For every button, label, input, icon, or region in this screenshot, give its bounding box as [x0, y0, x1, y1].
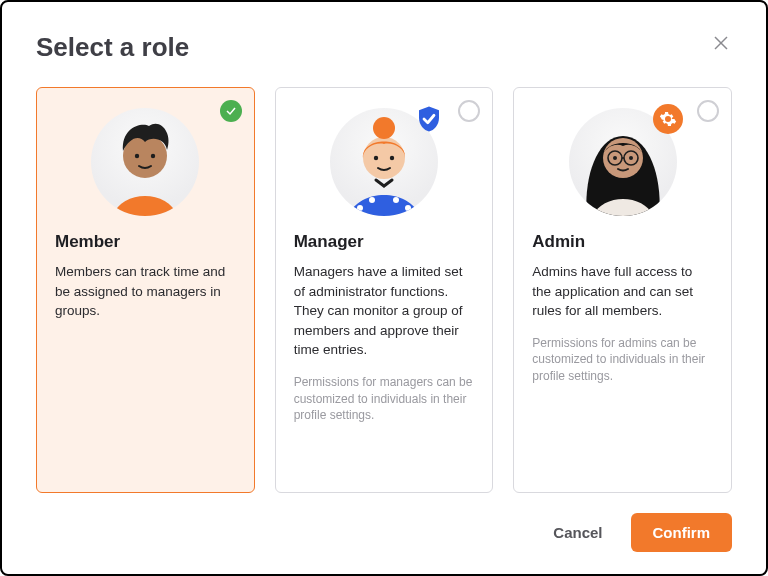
role-description: Admins have full access to the applicati… [532, 262, 713, 321]
svg-point-20 [613, 156, 617, 160]
role-cards: Member Members can track time and be ass… [36, 87, 732, 493]
svg-point-7 [369, 197, 375, 203]
gear-badge [653, 104, 683, 134]
svg-point-12 [373, 117, 395, 139]
shield-badge [414, 104, 444, 134]
role-card-member[interactable]: Member Members can track time and be ass… [36, 87, 255, 493]
avatar-wrap [294, 108, 475, 216]
dialog-footer: Cancel Confirm [36, 513, 732, 552]
svg-point-5 [151, 154, 155, 158]
member-avatar [91, 108, 199, 216]
role-card-admin[interactable]: Admin Admins have full access to the app… [513, 87, 732, 493]
member-avatar-icon [91, 108, 199, 216]
manager-avatar [330, 108, 438, 216]
avatar-wrap [532, 108, 713, 216]
admin-avatar [569, 108, 677, 216]
role-name: Admin [532, 232, 713, 252]
svg-point-13 [374, 156, 378, 160]
svg-point-21 [629, 156, 633, 160]
cancel-button[interactable]: Cancel [543, 516, 612, 549]
gear-icon [659, 110, 677, 128]
role-note: Permissions for admins can be customized… [532, 335, 713, 385]
role-name: Member [55, 232, 236, 252]
role-card-manager[interactable]: Manager Managers have a limited set of a… [275, 87, 494, 493]
role-note: Permissions for managers can be customiz… [294, 374, 475, 424]
role-description: Members can track time and be assigned t… [55, 262, 236, 321]
avatar-wrap [55, 108, 236, 216]
svg-point-9 [357, 205, 363, 211]
role-description: Managers have a limited set of administr… [294, 262, 475, 360]
svg-point-4 [135, 154, 139, 158]
confirm-button[interactable]: Confirm [631, 513, 733, 552]
dialog-title: Select a role [36, 32, 189, 63]
close-icon [712, 34, 730, 52]
svg-point-8 [393, 197, 399, 203]
role-name: Manager [294, 232, 475, 252]
shield-icon [414, 104, 444, 134]
svg-point-14 [390, 156, 394, 160]
close-button[interactable] [710, 32, 732, 54]
svg-point-10 [405, 205, 411, 211]
